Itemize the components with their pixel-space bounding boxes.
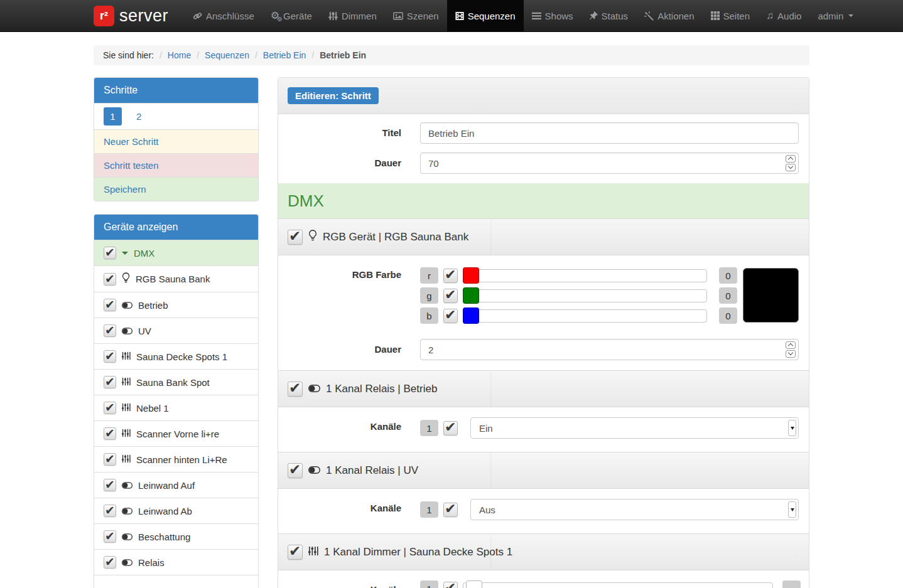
nav-label: Shows — [545, 11, 573, 21]
relais-uv-checkbox[interactable] — [288, 463, 303, 478]
red-slider-handle[interactable] — [463, 267, 479, 284]
device-checkbox[interactable] — [104, 273, 116, 286]
sidebar-item-leinwand-ab[interactable]: Leinwand Ab — [94, 498, 258, 523]
sidebar-item-relais[interactable]: Relais — [94, 549, 258, 575]
device-checkbox[interactable] — [104, 402, 116, 414]
nav-item-sequenzen[interactable]: Sequenzen — [447, 0, 524, 31]
save-button[interactable]: Speichern — [94, 177, 258, 201]
test-step-button[interactable]: Schritt testen — [94, 153, 258, 177]
breadcrumb-separator: / — [255, 50, 257, 60]
sidebar-item-beschattung[interactable]: Beschattung — [94, 523, 258, 549]
nav-item-dimmen[interactable]: Dimmen — [320, 0, 385, 31]
sidebar-item-scanner-hinten[interactable]: Scanner hinten Li+Re — [94, 446, 258, 472]
dimmer-checkbox[interactable] — [288, 545, 303, 560]
sidebar-item-sauna-decke-spots-1[interactable]: Sauna Decke Spots 1 — [94, 343, 258, 369]
channel-checkbox[interactable] — [443, 503, 458, 517]
sidebar-item-uv[interactable]: UV — [94, 318, 258, 343]
nav-item-audio[interactable]: ♫ Audio — [758, 0, 809, 31]
blue-slider-handle[interactable] — [463, 307, 479, 324]
save-label: Speichern — [104, 184, 146, 195]
caret-down-icon — [848, 14, 853, 17]
sliders-icon — [122, 454, 131, 465]
film-icon — [455, 11, 464, 21]
device-checkbox[interactable] — [104, 530, 116, 543]
nav-item-geraete[interactable]: ⚙⚙ Geräte — [262, 0, 320, 31]
device-checkbox[interactable] — [104, 299, 116, 311]
device-checkbox[interactable] — [104, 376, 116, 388]
relais-betrieb-select[interactable]: Ein — [470, 417, 799, 439]
nav-item-shows[interactable]: Shows — [524, 0, 581, 31]
device-checkbox[interactable] — [104, 324, 116, 337]
nav-label: Seiten — [723, 11, 750, 21]
step-form: Titel Dauer — [278, 114, 809, 183]
nav-label: admin — [818, 11, 843, 21]
sidebar-item-dmx[interactable]: DMX — [94, 240, 258, 265]
device-checkbox[interactable] — [104, 556, 116, 569]
breadcrumb-link-sequenzen[interactable]: Sequenzen — [205, 50, 249, 60]
breadcrumb-link-betrieb-ein[interactable]: Betrieb Ein — [263, 50, 306, 60]
sidebar-item-sauna-bank-spot[interactable]: Sauna Bank Spot — [94, 369, 258, 395]
device-checkbox[interactable] — [104, 350, 116, 363]
titel-input[interactable] — [420, 122, 799, 144]
device-checkbox[interactable] — [104, 505, 116, 517]
step-1-button[interactable]: 1 — [104, 107, 122, 126]
sidebar-item-nebel-1[interactable]: Nebel 1 — [94, 395, 258, 420]
nav-label: Dimmen — [342, 11, 377, 21]
rgb-dauer-input[interactable] — [420, 339, 799, 360]
page: r² server Anschlüsse ⚙⚙ Geräte Dimmen — [0, 0, 903, 588]
device-bar-rgb: RGB Gerät | RGB Sauna Bank — [278, 218, 809, 255]
spinner-up-button[interactable] — [786, 155, 796, 163]
rgb-device-checkbox[interactable] — [288, 230, 303, 245]
nav-item-status[interactable]: Status — [581, 0, 637, 31]
spinner-up-button[interactable] — [786, 341, 796, 349]
spinner-down-button[interactable] — [786, 350, 796, 358]
nav-item-anschluesse[interactable]: Anschlüsse — [185, 0, 262, 31]
breadcrumb-separator: / — [160, 50, 162, 60]
sidebar-item-leinwand-auf[interactable]: Leinwand Auf — [94, 472, 258, 498]
sidebar-item-betrieb[interactable]: Betrieb — [94, 292, 258, 318]
green-slider[interactable] — [463, 289, 707, 302]
channel-checkbox[interactable] — [443, 582, 458, 588]
channel-checkbox[interactable] — [443, 269, 458, 283]
rgb-dauer-label: Dauer — [288, 339, 401, 355]
nav-label: Audio — [777, 11, 801, 21]
toggle-icon — [308, 383, 320, 395]
relais-betrieb-checkbox[interactable] — [288, 382, 303, 397]
channel-key-badge: g — [420, 287, 438, 304]
relais-uv-select[interactable]: Aus — [470, 499, 799, 520]
nav-item-aktionen[interactable]: Aktionen — [636, 0, 702, 31]
red-slider[interactable] — [463, 269, 707, 282]
nav-label: Sequenzen — [468, 11, 516, 21]
new-step-button[interactable]: Neuer Schritt — [94, 129, 258, 153]
device-checkbox[interactable] — [104, 453, 116, 466]
sidebar-item-label: UV — [138, 326, 151, 336]
spinner-down-button[interactable] — [786, 164, 796, 171]
channel-checkbox[interactable] — [443, 289, 458, 303]
dmx-checkbox[interactable] — [104, 247, 116, 259]
brand[interactable]: r² server — [94, 0, 168, 31]
sidebar-item-rgb-sauna-bank[interactable]: RGB Sauna Bank — [94, 265, 258, 292]
breadcrumb-link-home[interactable]: Home — [168, 50, 191, 60]
nav-label: Szenen — [407, 11, 439, 21]
rgb-channel-row-b: b 0 — [420, 307, 737, 324]
blue-slider[interactable] — [463, 309, 707, 323]
dauer-input[interactable] — [420, 152, 799, 174]
sidebar-item-label: Betrieb — [138, 300, 168, 311]
channel-checkbox[interactable] — [443, 309, 458, 323]
sidebar-item-scanner-vorne[interactable]: Scanner Vorne li+re — [94, 420, 258, 446]
device-checkbox[interactable] — [104, 427, 116, 440]
dimmer-slider-handle[interactable] — [466, 580, 482, 588]
channel-checkbox[interactable] — [443, 421, 458, 436]
dimmer-slider[interactable] — [463, 582, 773, 588]
step-2-button[interactable]: 2 — [136, 111, 141, 122]
device-checkbox[interactable] — [104, 479, 116, 491]
rgb-farbe-label: RGB Farbe — [288, 267, 401, 328]
nav-item-seiten[interactable]: Seiten — [703, 0, 759, 31]
nav-item-admin[interactable]: admin — [809, 0, 862, 31]
nav-item-szenen[interactable]: Szenen — [385, 0, 447, 31]
green-slider-handle[interactable] — [463, 287, 479, 304]
sidebar-item-label: Sauna Decke Spots 1 — [136, 351, 227, 362]
breadcrumb-separator: / — [197, 50, 199, 60]
list-icon — [532, 12, 541, 20]
device-bar-dimmer: 1 Kanal Dimmer | Sauna Decke Spots 1 — [278, 533, 809, 570]
